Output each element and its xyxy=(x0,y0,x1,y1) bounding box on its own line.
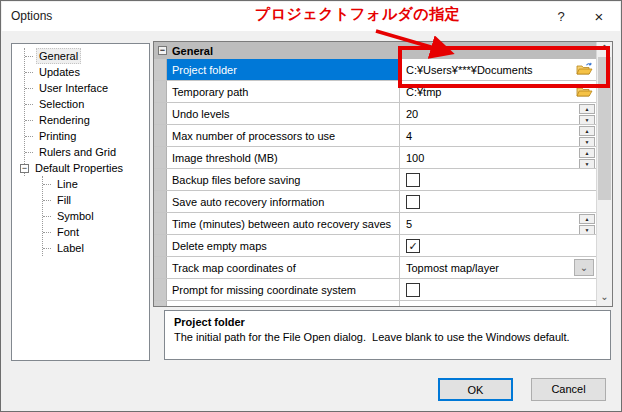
row-value[interactable] xyxy=(400,279,596,300)
spinner-down-icon[interactable]: ▼ xyxy=(579,137,595,146)
row-value[interactable]: Topmost map/layer ⌄ xyxy=(400,257,596,278)
row-value[interactable]: ✓ xyxy=(400,235,596,256)
row-label[interactable]: Image threshold (MB) xyxy=(167,147,400,168)
tree-item-rendering[interactable]: Rendering xyxy=(25,112,149,128)
tree-connector xyxy=(43,184,51,185)
row-value[interactable]: 100 ▲▼ xyxy=(400,147,596,168)
row-value[interactable] xyxy=(400,191,596,212)
tree-item-rulers-and-grid[interactable]: Rulers and Grid xyxy=(25,144,149,160)
row-label[interactable]: Project folder xyxy=(167,59,400,80)
spinner-down-icon[interactable]: ▼ xyxy=(579,159,595,168)
cancel-button[interactable]: Cancel xyxy=(531,378,606,401)
tree-item-fill[interactable]: Fill xyxy=(43,192,149,208)
row-value xyxy=(400,301,596,307)
description-panel: Project folder The initial path for the … xyxy=(164,310,611,360)
group-header-general[interactable]: − General xyxy=(154,42,612,60)
checkbox-checked[interactable]: ✓ xyxy=(406,239,420,253)
row-value[interactable] xyxy=(400,169,596,190)
row-label[interactable]: Max number of processors to use xyxy=(167,125,400,146)
tree-item-printing[interactable]: Printing xyxy=(25,128,149,144)
tree-item-label[interactable]: Label xyxy=(43,240,149,256)
window-title: Options xyxy=(11,9,52,23)
row-gutter xyxy=(154,103,167,124)
row-delete-empty-maps[interactable]: Delete empty maps ✓ xyxy=(154,235,596,257)
tree-item-line[interactable]: Line xyxy=(43,176,149,192)
spinner-down-icon[interactable]: ▼ xyxy=(579,115,595,124)
row-label[interactable]: Save auto recovery information xyxy=(167,191,400,212)
spinner-up-icon[interactable]: ▲ xyxy=(579,104,595,114)
row-track-map-coordinates[interactable]: Track map coordinates of Topmost map/lay… xyxy=(154,257,596,279)
tree-connector xyxy=(25,56,33,57)
spinner-up-icon[interactable]: ▲ xyxy=(579,126,595,136)
row-label[interactable]: Time (minutes) between auto recovery sav… xyxy=(167,213,400,234)
row-gutter xyxy=(154,191,167,212)
annotation-label: プロジェクトフォルダの指定 xyxy=(245,5,470,24)
row-save-auto-recovery[interactable]: Save auto recovery information xyxy=(154,191,596,213)
row-undo-levels[interactable]: Undo levels 20 ▲▼ xyxy=(154,103,596,125)
row-gutter xyxy=(154,59,167,80)
vertical-scrollbar[interactable]: ⌃ ⌄ xyxy=(596,42,612,306)
row-value[interactable]: 5 ▲▼ xyxy=(400,213,596,234)
tree-connector xyxy=(25,136,33,137)
row-label[interactable]: Temporary path xyxy=(167,81,400,102)
description-title: Project folder xyxy=(174,316,601,328)
row-label[interactable]: Prompt for missing coordinate system xyxy=(167,279,400,300)
collapse-expander-icon[interactable]: − xyxy=(20,164,29,173)
row-value[interactable]: C:¥tmp xyxy=(400,81,596,102)
row-label[interactable]: Undo levels xyxy=(167,103,400,124)
row-value[interactable]: 20 ▲▼ xyxy=(400,103,596,124)
checkbox-unchecked[interactable] xyxy=(406,173,420,187)
row-image-threshold[interactable]: Image threshold (MB) 100 ▲▼ xyxy=(154,147,596,169)
tree-item-symbol[interactable]: Symbol xyxy=(43,208,149,224)
numeric-spinner[interactable]: ▲▼ xyxy=(579,214,595,233)
browse-folder-open-icon[interactable] xyxy=(576,62,593,77)
tree-item-font[interactable]: Font xyxy=(43,224,149,240)
scrollbar-down-icon[interactable]: ⌄ xyxy=(597,291,612,306)
close-icon[interactable]: × xyxy=(582,2,616,31)
ok-button[interactable]: OK xyxy=(438,378,513,401)
browse-folder-open-icon[interactable] xyxy=(576,84,593,99)
tree-item-updates[interactable]: Updates xyxy=(25,64,149,80)
help-button[interactable]: ? xyxy=(544,2,578,31)
row-temporary-path[interactable]: Temporary path C:¥tmp xyxy=(154,81,596,103)
row-gutter xyxy=(154,235,167,256)
tree-root-group: General Updates User Interface Selection… xyxy=(24,48,149,176)
row-max-processors[interactable]: Max number of processors to use 4 ▲▼ xyxy=(154,125,596,147)
property-rows: Project folder C:¥Users¥***¥Documents Te… xyxy=(154,59,596,306)
collapse-expander-icon[interactable]: − xyxy=(158,46,167,55)
row-gutter xyxy=(154,257,167,278)
tree-item-default-properties[interactable]: −Default Properties xyxy=(25,160,149,176)
numeric-spinner[interactable]: ▲▼ xyxy=(579,126,595,145)
tree-connector xyxy=(25,104,33,105)
checkbox-unchecked[interactable] xyxy=(406,283,420,297)
row-gutter xyxy=(154,213,167,234)
row-backup-before-saving[interactable]: Backup files before saving xyxy=(154,169,596,191)
scrollbar-thumb[interactable] xyxy=(598,57,611,200)
row-label[interactable]: Backup files before saving xyxy=(167,169,400,190)
checkbox-unchecked[interactable] xyxy=(406,195,420,209)
row-label[interactable]: Delete empty maps xyxy=(167,235,400,256)
tree-item-selection[interactable]: Selection xyxy=(25,96,149,112)
row-value[interactable]: 4 ▲▼ xyxy=(400,125,596,146)
row-label xyxy=(167,301,400,307)
row-value[interactable]: C:¥Users¥***¥Documents xyxy=(400,59,596,80)
tree-item-general[interactable]: General xyxy=(25,48,149,64)
tree-connector xyxy=(43,248,51,249)
spinner-up-icon[interactable]: ▲ xyxy=(579,148,595,158)
row-label[interactable]: Track map coordinates of xyxy=(167,257,400,278)
row-prompt-missing-coordinate-system[interactable]: Prompt for missing coordinate system xyxy=(154,279,596,301)
spinner-down-icon[interactable]: ▼ xyxy=(579,225,595,234)
tree-item-user-interface[interactable]: User Interface xyxy=(25,80,149,96)
row-project-folder[interactable]: Project folder C:¥Users¥***¥Documents xyxy=(154,59,596,81)
numeric-spinner[interactable]: ▲▼ xyxy=(579,148,595,167)
row-gutter xyxy=(154,125,167,146)
description-text: The initial path for the File Open dialo… xyxy=(174,331,601,343)
row-auto-recovery-minutes[interactable]: Time (minutes) between auto recovery sav… xyxy=(154,213,596,235)
dropdown-arrow-icon[interactable]: ⌄ xyxy=(574,259,594,276)
scrollbar-up-icon[interactable]: ⌃ xyxy=(597,42,612,57)
tree-connector xyxy=(43,200,51,201)
options-dialog: Options ? × General Updates User Interfa… xyxy=(0,0,622,412)
spinner-up-icon[interactable]: ▲ xyxy=(579,214,595,224)
row-gutter xyxy=(154,147,167,168)
numeric-spinner[interactable]: ▲▼ xyxy=(579,104,595,123)
